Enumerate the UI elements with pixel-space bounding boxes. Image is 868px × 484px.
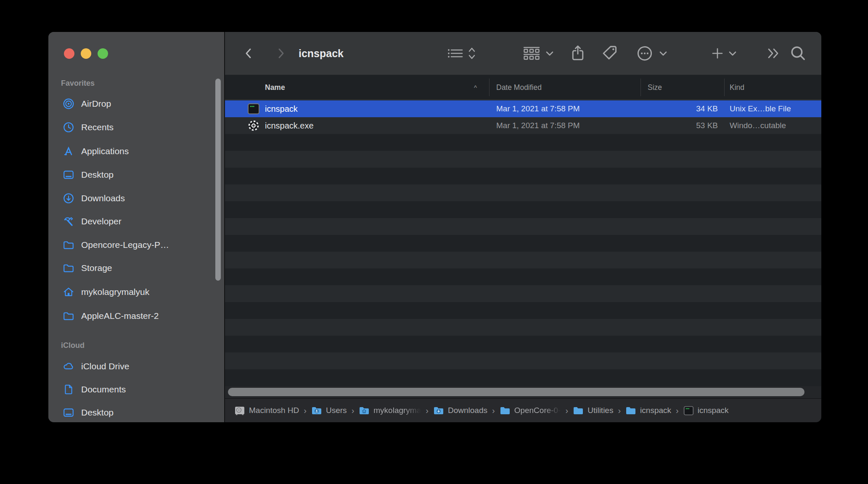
path-item-downloads[interactable]: Downloads: [433, 405, 487, 416]
sidebar-item-storage[interactable]: Storage: [48, 256, 224, 280]
path-bar: Macintosh HD › Users › mykolagryma ›: [225, 398, 821, 422]
sidebar-item-desktop[interactable]: Desktop: [48, 163, 224, 187]
search-button[interactable]: [789, 45, 807, 62]
path-separator: ›: [566, 406, 569, 416]
path-separator: ›: [492, 406, 495, 416]
sidebar-item-downloads[interactable]: Downloads: [48, 187, 224, 210]
sidebar-item-home[interactable]: mykolagrymalyuk: [48, 280, 224, 304]
home-folder-icon: [359, 405, 370, 416]
file-kind: Windo…cutable: [730, 121, 786, 130]
column-divider[interactable]: [489, 79, 490, 96]
file-size: 34 KB: [629, 104, 718, 113]
file-date: Mar 1, 2021 at 7:58 PM: [496, 104, 580, 113]
horizontal-scrollbar-thumb[interactable]: [228, 388, 804, 396]
finder-window: Favorites AirDrop Recents Applications: [48, 32, 821, 422]
sidebar-item-applications[interactable]: Applications: [48, 139, 224, 163]
appstore-icon: [62, 145, 75, 158]
column-divider[interactable]: [724, 79, 725, 96]
more-chevron-down-icon[interactable]: [659, 50, 667, 56]
path-label: icnspack: [698, 406, 729, 415]
path-item-opencore[interactable]: OpenCore-0-: [500, 405, 561, 416]
path-separator: ›: [304, 406, 307, 416]
sidebar-section-favorites: Favorites: [61, 79, 95, 88]
sidebar-item-applealc[interactable]: AppleALC-master-2: [48, 304, 224, 328]
sidebar-item-label: Storage: [81, 263, 112, 273]
folder-icon: [500, 405, 511, 416]
column-header-row: Name ^ Date Modified Size Kind: [225, 75, 821, 100]
file-name: icnspack: [265, 104, 298, 114]
close-button[interactable]: [64, 48, 74, 59]
path-label: icnspack: [640, 406, 671, 415]
path-item-macintosh-hd[interactable]: Macintosh HD: [234, 405, 299, 416]
sidebar-section-icloud: iCloud: [61, 341, 85, 350]
sidebar-item-label: Recents: [81, 122, 114, 132]
folder-icon: [62, 262, 75, 274]
path-separator: ›: [426, 406, 429, 416]
terminal-executable-icon: [247, 103, 260, 115]
sidebar-item-developer[interactable]: Developer: [48, 210, 224, 233]
gear-exe-icon: [247, 119, 260, 132]
group-button[interactable]: [523, 46, 540, 60]
sidebar-item-label: Opencore-Legacy-P…: [81, 240, 169, 250]
more-actions-button[interactable]: [636, 45, 653, 62]
zoom-button[interactable]: [98, 48, 108, 59]
file-row-icnspack[interactable]: icnspack Mar 1, 2021 at 7:58 PM 34 KB Un…: [225, 100, 821, 117]
path-item-utilities[interactable]: Utilities: [573, 405, 613, 416]
path-label: Macintosh HD: [249, 406, 299, 415]
tag-button[interactable]: [601, 45, 619, 62]
sidebar-item-airdrop[interactable]: AirDrop: [48, 92, 224, 116]
sort-ascending-icon: ^: [474, 84, 477, 91]
new-item-plus-button[interactable]: [711, 47, 724, 60]
sidebar-item-documents[interactable]: Documents: [48, 378, 224, 401]
sidebar-item-icloud-drive[interactable]: iCloud Drive: [48, 355, 224, 378]
path-item-users[interactable]: Users: [311, 405, 347, 416]
horizontal-scrollbar-track: [225, 386, 821, 398]
sidebar-item-label: Documents: [81, 384, 126, 395]
file-list: icnspack Mar 1, 2021 at 7:58 PM 34 KB Un…: [225, 100, 821, 386]
view-updown-chevrons-icon[interactable]: [467, 46, 476, 60]
sidebar-item-opencore-legacy[interactable]: Opencore-Legacy-P…: [48, 233, 224, 257]
file-name: icnspack.exe: [265, 121, 314, 131]
group-chevron-down-icon[interactable]: [545, 50, 554, 56]
column-divider[interactable]: [640, 79, 641, 96]
column-header-size[interactable]: Size: [648, 83, 662, 92]
path-separator: ›: [352, 406, 355, 416]
desktop-icon: [62, 168, 75, 181]
list-view-button[interactable]: [447, 47, 464, 60]
file-date: Mar 1, 2021 at 7:58 PM: [496, 121, 580, 130]
home-icon: [62, 286, 75, 298]
traffic-lights: [64, 48, 108, 59]
file-row-icnspack-exe[interactable]: icnspack.exe Mar 1, 2021 at 7:58 PM 53 K…: [225, 117, 821, 134]
sidebar-item-recents[interactable]: Recents: [48, 116, 224, 139]
column-header-date-modified[interactable]: Date Modified: [496, 83, 542, 92]
document-icon: [62, 383, 75, 396]
minimize-button[interactable]: [81, 48, 91, 59]
sidebar-scrollbar[interactable]: [215, 79, 221, 281]
path-item-icnspack-folder[interactable]: icnspack: [625, 405, 671, 416]
forward-button[interactable]: [275, 47, 286, 60]
download-circle-icon: [62, 192, 75, 205]
back-button[interactable]: [243, 47, 254, 60]
sidebar-item-label: mykolagrymalyuk: [81, 287, 149, 297]
hard-drive-icon: [234, 405, 245, 416]
sidebar-item-label: iCloud Drive: [81, 361, 129, 371]
downloads-folder-icon: [433, 405, 444, 416]
path-item-icnspack-file[interactable]: icnspack: [683, 405, 729, 416]
path-label: Users: [326, 406, 347, 415]
sidebar-item-icloud-desktop[interactable]: Desktop: [48, 401, 224, 422]
plus-chevron-down-icon[interactable]: [728, 50, 737, 56]
column-header-name[interactable]: Name: [265, 83, 285, 92]
path-label: mykolagryma: [373, 406, 421, 415]
clock-icon: [62, 121, 75, 134]
column-header-kind[interactable]: Kind: [730, 83, 744, 92]
path-label: Downloads: [448, 406, 487, 415]
path-separator: ›: [676, 406, 679, 416]
path-item-home[interactable]: mykolagryma: [359, 405, 421, 416]
sidebar-item-label: Downloads: [81, 193, 125, 203]
folder-icon: [573, 405, 584, 416]
hammer-icon: [62, 215, 75, 228]
sidebar-item-label: Desktop: [81, 408, 114, 418]
toolbar-overflow-button[interactable]: [767, 47, 782, 60]
path-label: Utilities: [587, 406, 613, 415]
share-button[interactable]: [570, 45, 586, 62]
